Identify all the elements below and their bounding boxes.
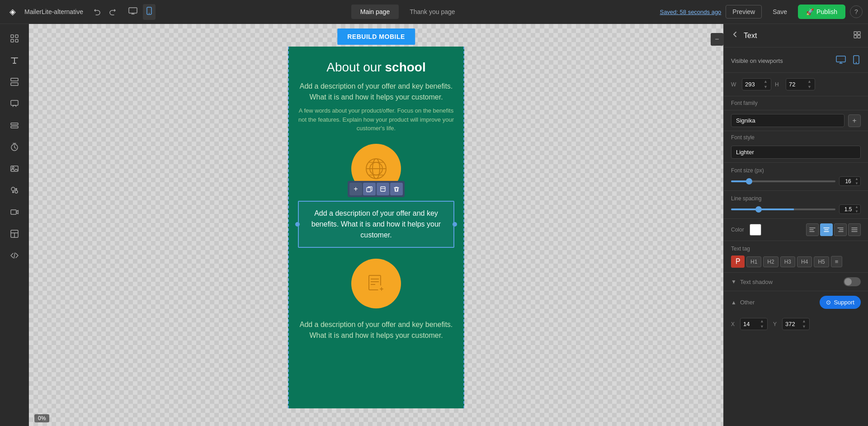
- h-input[interactable]: [789, 79, 807, 90]
- align-center-button[interactable]: [820, 223, 833, 236]
- color-swatch[interactable]: [750, 224, 761, 236]
- y-input[interactable]: [785, 318, 802, 330]
- font-style-select[interactable]: Lighter: [731, 146, 861, 159]
- heading-text: About our school: [326, 60, 425, 74]
- w-input-group: ▲ ▼: [742, 78, 771, 90]
- mobile-canvas[interactable]: About our school Add a description of yo…: [288, 47, 464, 408]
- right-panel-header: Text: [724, 24, 868, 47]
- block-duplicate-button[interactable]: [363, 183, 376, 195]
- w-spin-up[interactable]: ▲: [763, 79, 768, 84]
- line-spacing-spin-up[interactable]: ▲: [855, 205, 859, 209]
- font-size-spin-up[interactable]: ▲: [855, 177, 859, 181]
- font-size-value-group: ▲ ▼: [839, 176, 861, 186]
- text-shadow-row[interactable]: ▼ Text shadow: [724, 273, 868, 291]
- image-tool-button[interactable]: [5, 159, 24, 179]
- text-tool-button[interactable]: [5, 50, 24, 70]
- support-button[interactable]: ⊙ Support: [820, 296, 861, 309]
- x-spinners: ▲ ▼: [760, 319, 764, 329]
- publish-rocket-icon: 🚀: [806, 8, 814, 15]
- canvas-area[interactable]: REBUILD MOBILE About our school Add a de…: [29, 24, 723, 426]
- font-family-row: Font family: [724, 96, 868, 110]
- h-spin-up[interactable]: ▲: [807, 79, 812, 84]
- topbar: ◈ MailerLite-alternative Main page Thank…: [0, 0, 868, 24]
- section-tool-button[interactable]: [5, 72, 24, 92]
- color-align-row: Color: [724, 219, 868, 241]
- line-spacing-spinners: ▲ ▼: [855, 205, 859, 213]
- x-spin-down[interactable]: ▼: [760, 324, 764, 329]
- text-tag-h2-button[interactable]: H2: [763, 256, 778, 267]
- widget-tool-button[interactable]: [5, 180, 24, 200]
- text-tag-list-button[interactable]: ≡: [831, 256, 843, 267]
- other-label: Other: [740, 299, 820, 306]
- text-tag-h5-button[interactable]: H5: [814, 256, 829, 267]
- rebuild-mobile-button[interactable]: REBUILD MOBILE: [337, 28, 415, 45]
- font-add-button[interactable]: +: [848, 114, 861, 127]
- font-size-slider[interactable]: [731, 180, 835, 182]
- x-spin-up[interactable]: ▲: [760, 319, 764, 324]
- code-tool-button[interactable]: [5, 246, 24, 265]
- line-spacing-slider[interactable]: [731, 208, 835, 210]
- zoom-indicator: 0%: [34, 414, 49, 422]
- line-spacing-value-input[interactable]: [841, 206, 855, 213]
- x-label: X: [731, 321, 735, 327]
- mobile-view-button[interactable]: [143, 4, 156, 20]
- block-move-button[interactable]: [377, 183, 389, 195]
- text-tag-h4-button[interactable]: H4: [797, 256, 812, 267]
- help-button[interactable]: ?: [850, 5, 863, 18]
- font-size-value-input[interactable]: [841, 178, 855, 185]
- video-tool-button[interactable]: [5, 202, 24, 222]
- timer-tool-button[interactable]: [5, 137, 24, 157]
- form-tool-button[interactable]: [5, 115, 24, 135]
- w-spin-down[interactable]: ▼: [763, 85, 768, 90]
- saved-status[interactable]: Saved: 58 seconds ago: [660, 9, 721, 15]
- svg-point-17: [15, 188, 17, 190]
- align-right-button[interactable]: [834, 223, 847, 236]
- canvas-description: Add a description of your offer and key …: [298, 81, 454, 103]
- text-tag-h3-button[interactable]: H3: [780, 256, 795, 267]
- desktop-view-button[interactable]: [125, 4, 141, 20]
- right-panel-back-button[interactable]: [731, 30, 739, 41]
- block-add-button[interactable]: +: [349, 183, 362, 195]
- w-spinners: ▲ ▼: [763, 79, 768, 90]
- undo-button[interactable]: [91, 6, 104, 17]
- desktop-viewport-button[interactable]: [835, 54, 847, 67]
- font-size-spin-down[interactable]: ▼: [855, 181, 859, 186]
- align-justify-button[interactable]: [848, 223, 861, 236]
- x-input[interactable]: [743, 318, 760, 330]
- font-family-select[interactable]: Signika: [731, 114, 844, 127]
- chat-tool-button[interactable]: [5, 94, 24, 114]
- block-delete-button[interactable]: [390, 183, 403, 195]
- circle-icon-2: [351, 259, 401, 308]
- y-spin-down[interactable]: ▼: [802, 324, 807, 329]
- publish-button[interactable]: 🚀 Publish: [798, 5, 845, 19]
- save-button[interactable]: Save: [766, 5, 793, 18]
- y-spin-up[interactable]: ▲: [802, 319, 807, 324]
- redo-button[interactable]: [106, 6, 118, 17]
- canvas-sub-description: A few words about your product/offer. Fo…: [298, 106, 454, 133]
- font-style-selector-row: Lighter: [724, 142, 868, 163]
- text-tag-h1-button[interactable]: H1: [746, 256, 761, 267]
- text-shadow-chevron-icon: ▼: [731, 279, 736, 285]
- right-panel-grid-button[interactable]: [854, 31, 861, 40]
- right-panel: − Text Visible on viewports W: [723, 24, 868, 426]
- text-tag-p-button[interactable]: [731, 256, 745, 268]
- canvas-heading: About our school: [298, 60, 454, 75]
- w-input[interactable]: [745, 79, 763, 90]
- svg-rect-4: [15, 35, 18, 38]
- elements-panel-button[interactable]: [5, 28, 24, 48]
- preview-button[interactable]: Preview: [726, 5, 762, 19]
- main-page-tab[interactable]: Main page: [351, 5, 399, 19]
- h-spin-down[interactable]: ▼: [807, 85, 812, 90]
- mobile-viewport-button[interactable]: [852, 54, 861, 68]
- text-shadow-toggle[interactable]: [844, 277, 861, 286]
- line-spacing-spin-down[interactable]: ▼: [855, 209, 859, 214]
- viewport-row: Visible on viewports: [724, 47, 868, 73]
- align-left-button[interactable]: [806, 223, 819, 236]
- layout-tool-button[interactable]: [5, 224, 24, 244]
- support-label: Support: [834, 299, 854, 306]
- other-row[interactable]: ▲ Other ⊙ Support: [724, 291, 868, 313]
- thank-you-page-tab[interactable]: Thank you page: [401, 5, 464, 19]
- selected-text-block[interactable]: Add a description of your offer and key …: [298, 201, 454, 248]
- line-spacing-slider-group: ▲ ▼: [731, 204, 861, 214]
- svg-rect-39: [854, 35, 857, 38]
